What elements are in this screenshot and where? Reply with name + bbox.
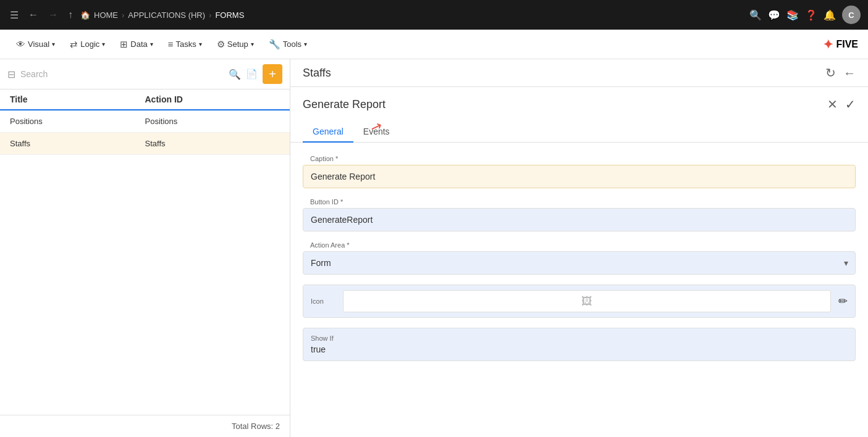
toolbar-tasks-label: Tasks: [176, 40, 196, 49]
menu-icon[interactable]: ☰: [7, 7, 21, 23]
tasks-arrow: ▾: [199, 41, 202, 48]
button-id-input[interactable]: [303, 208, 856, 231]
up-icon[interactable]: ↑: [65, 7, 75, 23]
action-area-wrapper: Form Table Both ▾: [303, 251, 856, 275]
icon-field-group: Icon 🖼 ✏: [303, 285, 856, 318]
toolbar-data[interactable]: ⊞ Data ▾: [114, 35, 159, 54]
tabs: General Events ↗: [290, 122, 868, 143]
back-icon[interactable]: ←: [26, 7, 41, 23]
form-panel-header: Generate Report ✕ ✓: [290, 87, 868, 122]
toolbar-logic-label: Logic: [80, 40, 99, 49]
action-area-label: Action Area *: [303, 241, 856, 249]
right-panel-title: Staffs: [303, 67, 825, 80]
nav-right: 🔍 💬 📚 ❓ 🔔 C: [749, 6, 861, 24]
home-icon: 🏠: [80, 10, 90, 20]
chat-icon[interactable]: 💬: [768, 9, 780, 21]
total-rows-label: Total Rows:: [232, 422, 273, 431]
show-if-value: true: [311, 344, 848, 354]
avatar[interactable]: C: [842, 6, 861, 24]
breadcrumb-forms[interactable]: FORMS: [215, 10, 244, 20]
filter-icon: ⊟: [7, 69, 15, 80]
main-layout: ⊟ 🔍 📄 + Title Action ID Positions Positi…: [0, 59, 868, 437]
data-arrow: ▾: [150, 41, 153, 48]
form-panel-actions: ✕ ✓: [827, 97, 856, 112]
icon-field-wrapper: Icon 🖼 ✏: [303, 285, 856, 318]
row-0-title: Positions: [10, 117, 145, 126]
row-1-action: Staffs: [145, 139, 280, 148]
library-icon[interactable]: 📚: [786, 9, 799, 21]
show-if-label: Show If: [311, 335, 848, 342]
action-area-field-group: Action Area * Form Table Both ▾: [303, 241, 856, 275]
breadcrumb: 🏠 HOME › APPLICATIONS (HR) › FORMS: [80, 10, 244, 20]
panel-footer: Total Rows: 2: [0, 415, 290, 437]
icon-preview: 🖼: [343, 290, 831, 312]
breadcrumb-sep-2: ›: [209, 10, 211, 20]
button-id-field-group: Button ID *: [303, 198, 856, 231]
image-placeholder-icon: 🖼: [581, 295, 592, 308]
row-0-action: Positions: [145, 117, 280, 126]
toolbar-setup[interactable]: ⚙ Setup ▾: [211, 35, 260, 54]
breadcrumb-applications[interactable]: APPLICATIONS (HR): [128, 10, 205, 20]
logic-arrow: ▾: [102, 41, 105, 48]
toolbar: 👁 Visual ▾ ⇄ Logic ▾ ⊞ Data ▾ ≡ Tasks ▾ …: [0, 30, 868, 59]
row-1-title: Staffs: [10, 139, 145, 148]
form-close-button[interactable]: ✕: [827, 97, 838, 112]
toolbar-logic[interactable]: ⇄ Logic ▾: [64, 35, 111, 54]
search-magnify-icon[interactable]: 🔍: [229, 69, 241, 80]
five-logo-icon: ✦: [823, 37, 833, 52]
visual-arrow: ▾: [52, 41, 55, 48]
caption-input[interactable]: [303, 165, 856, 188]
setup-arrow: ▾: [251, 41, 254, 48]
visual-icon: 👁: [16, 39, 25, 49]
caption-label: Caption *: [303, 155, 856, 162]
add-button[interactable]: +: [263, 64, 282, 84]
toolbar-tools[interactable]: 🔧 Tools ▾: [263, 35, 313, 54]
col-action-header: Action ID: [145, 94, 280, 104]
tools-arrow: ▾: [304, 41, 307, 48]
nav-left: ☰ ← → ↑ 🏠 HOME › APPLICATIONS (HR) › FOR…: [7, 7, 744, 23]
tasks-icon: ≡: [168, 39, 174, 49]
toolbar-tasks[interactable]: ≡ Tasks ▾: [162, 35, 208, 53]
refresh-icon[interactable]: ↻: [825, 65, 836, 80]
breadcrumb-home[interactable]: HOME: [94, 10, 118, 20]
search-nav-icon[interactable]: 🔍: [749, 9, 762, 21]
toolbar-setup-label: Setup: [227, 40, 248, 49]
icon-label: Icon: [311, 298, 335, 305]
breadcrumb-sep-1: ›: [122, 10, 124, 20]
help-icon[interactable]: ❓: [805, 9, 817, 21]
search-input[interactable]: [20, 69, 224, 79]
toolbar-visual[interactable]: 👁 Visual ▾: [10, 35, 61, 53]
forward-icon[interactable]: →: [46, 7, 61, 23]
toolbar-visual-label: Visual: [28, 40, 49, 49]
caption-field-group: Caption *: [303, 155, 856, 188]
right-panel-header: Staffs ↻ ←: [290, 59, 868, 87]
table-area: Positions Positions Staffs Staffs: [0, 110, 290, 415]
tools-icon: 🔧: [269, 39, 280, 50]
right-header-icons: ↻ ←: [825, 65, 856, 80]
top-navbar: ☰ ← → ↑ 🏠 HOME › APPLICATIONS (HR) › FOR…: [0, 0, 868, 30]
total-rows-count: 2: [276, 422, 280, 431]
col-title-header: Title: [10, 94, 145, 104]
document-icon[interactable]: 📄: [246, 69, 258, 80]
panel-back-icon[interactable]: ←: [843, 66, 856, 80]
form-panel: Generate Report ✕ ✓ General Events ↗ Cap…: [290, 87, 868, 437]
data-icon: ⊞: [120, 39, 128, 50]
right-panel: Staffs ↻ ← Generate Report ✕ ✓ General E…: [290, 59, 868, 437]
action-area-select[interactable]: Form Table Both: [303, 251, 856, 275]
form-body: Caption * Button ID * Action Area * Form…: [290, 143, 868, 383]
table-header: Title Action ID: [0, 89, 290, 110]
five-logo-text: FIVE: [836, 39, 858, 50]
five-logo: ✦ FIVE: [823, 37, 858, 52]
notification-icon[interactable]: 🔔: [824, 9, 836, 21]
logic-icon: ⇄: [70, 39, 78, 50]
table-row[interactable]: Positions Positions: [0, 110, 290, 133]
icon-edit-button[interactable]: ✏: [838, 294, 848, 308]
left-panel: ⊟ 🔍 📄 + Title Action ID Positions Positi…: [0, 59, 290, 437]
form-panel-title: Generate Report: [303, 98, 827, 111]
form-confirm-button[interactable]: ✓: [845, 97, 856, 112]
toolbar-data-label: Data: [130, 40, 147, 49]
show-if-field-group: Show If true: [303, 328, 856, 361]
toolbar-tools-label: Tools: [283, 40, 301, 49]
table-row[interactable]: Staffs Staffs: [0, 133, 290, 155]
tab-general[interactable]: General: [303, 122, 353, 143]
